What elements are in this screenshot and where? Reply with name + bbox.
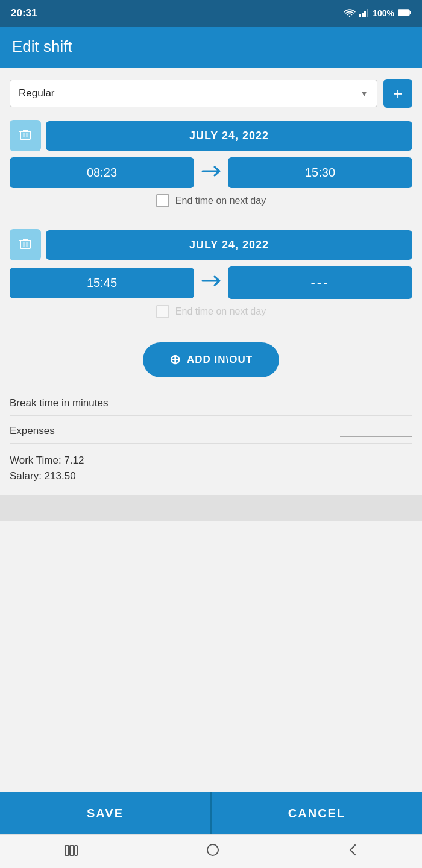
- svg-rect-2: [362, 13, 364, 17]
- svg-rect-4: [367, 9, 368, 17]
- svg-rect-16: [70, 846, 74, 855]
- break-time-field-row: Break time in minutes: [10, 391, 412, 416]
- trash-icon: [19, 128, 32, 144]
- end-time-2-button[interactable]: ---: [228, 266, 412, 299]
- shift-type-label: Regular: [19, 87, 55, 99]
- next-day-checkbox-1[interactable]: [156, 194, 169, 207]
- wifi-icon: [344, 8, 356, 19]
- work-time-row: Work Time: 7.12: [10, 454, 412, 467]
- back-button[interactable]: [336, 838, 370, 865]
- status-time: 20:31: [11, 7, 37, 19]
- plus-circle-icon: ⊕: [169, 352, 181, 368]
- add-inout-row: ⊕ ADD IN\OUT: [10, 342, 412, 377]
- chevron-down-icon: ▼: [360, 89, 368, 98]
- expenses-label: Expenses: [10, 425, 55, 437]
- date-row-1: JULY 24, 2022: [10, 120, 412, 151]
- save-button[interactable]: SAVE: [0, 792, 210, 834]
- home-button[interactable]: [194, 838, 231, 865]
- svg-rect-6: [410, 11, 411, 14]
- recent-apps-button[interactable]: [52, 839, 90, 864]
- battery-text: 100%: [373, 8, 394, 18]
- delete-shift-1-button[interactable]: [10, 120, 41, 151]
- expenses-input[interactable]: [340, 424, 412, 437]
- next-day-checkbox-2: [156, 305, 169, 318]
- svg-rect-15: [65, 846, 69, 855]
- summary-section: Work Time: 7.12 Salary: 213.50: [10, 446, 412, 491]
- page-title: Edit shift: [12, 37, 410, 56]
- end-time-1-button[interactable]: 15:30: [228, 157, 412, 188]
- svg-rect-5: [398, 10, 409, 16]
- time-row-2: 15:45 ---: [10, 266, 412, 299]
- bottom-buttons: SAVE CANCEL: [0, 792, 422, 834]
- status-icons: 100%: [344, 8, 411, 19]
- break-time-input[interactable]: [340, 397, 412, 409]
- break-time-label: Break time in minutes: [10, 397, 108, 409]
- date-1-button[interactable]: JULY 24, 2022: [46, 121, 412, 151]
- add-shift-button[interactable]: +: [383, 79, 412, 108]
- signal-icon: [359, 8, 369, 19]
- next-day-label-1: End time on next day: [175, 195, 266, 206]
- svg-rect-7: [20, 131, 30, 139]
- date-2-button[interactable]: JULY 24, 2022: [46, 230, 412, 260]
- date-row-2: JULY 24, 2022: [10, 229, 412, 260]
- app-header: Edit shift: [0, 27, 422, 68]
- add-inout-button[interactable]: ⊕ ADD IN\OUT: [143, 342, 279, 377]
- next-day-row-2: End time on next day: [10, 305, 412, 318]
- nav-bar: [0, 834, 422, 868]
- delete-shift-2-button[interactable]: [10, 229, 41, 260]
- next-day-label-2: End time on next day: [175, 306, 266, 317]
- trash-icon-2: [19, 237, 32, 253]
- svg-point-0: [349, 15, 350, 16]
- status-bar: 20:31 100%: [0, 0, 422, 27]
- expenses-field-row: Expenses: [10, 418, 412, 444]
- shift-block-1: JULY 24, 2022 08:23 15:30 End time on ne…: [10, 120, 412, 212]
- salary-row: Salary: 213.50: [10, 470, 412, 482]
- gray-bar: [0, 495, 422, 521]
- svg-rect-11: [20, 241, 30, 248]
- next-day-row-1: End time on next day: [10, 194, 412, 207]
- svg-rect-3: [364, 11, 366, 17]
- cancel-button[interactable]: CANCEL: [210, 792, 422, 834]
- svg-rect-1: [359, 14, 361, 17]
- arrow-right-icon: [199, 165, 223, 181]
- start-time-1-button[interactable]: 08:23: [10, 157, 194, 188]
- arrow-right-icon-2: [199, 274, 223, 291]
- svg-rect-17: [75, 846, 77, 855]
- time-row-1: 08:23 15:30: [10, 157, 412, 188]
- start-time-2-button[interactable]: 15:45: [10, 268, 194, 298]
- shift-type-dropdown[interactable]: Regular ▼: [10, 80, 377, 107]
- svg-point-18: [207, 844, 218, 855]
- battery-icon: [398, 9, 411, 18]
- shift-block-2: JULY 24, 2022 15:45 --- End time on next…: [10, 229, 412, 323]
- main-content: Regular ▼ + JULY 24, 2022: [0, 68, 422, 792]
- shift-type-row: Regular ▼ +: [10, 79, 412, 108]
